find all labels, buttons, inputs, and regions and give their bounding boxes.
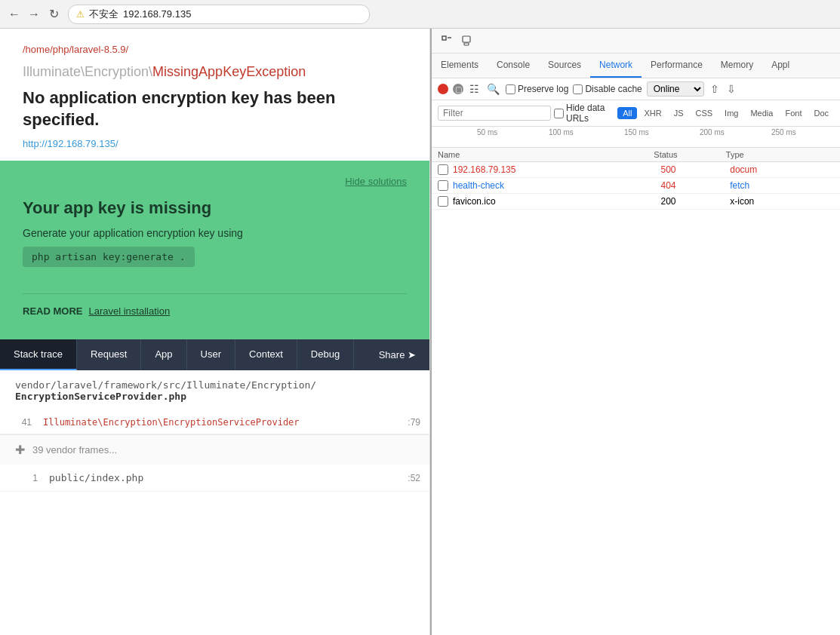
- address-text: 192.168.79.135: [123, 8, 191, 20]
- record-button[interactable]: [438, 84, 448, 94]
- net-row-1[interactable]: 192.168.79.135 500 docum: [432, 162, 840, 178]
- tab-context[interactable]: Context: [235, 339, 297, 370]
- tab-stack-trace[interactable]: Stack trace: [0, 339, 77, 370]
- solution-title: Your app key is missing: [23, 198, 407, 218]
- tick-100ms: 100 ms: [549, 128, 574, 137]
- security-icon: ⚠: [76, 9, 85, 20]
- tab-network[interactable]: Network: [590, 54, 642, 78]
- tab-debug[interactable]: Debug: [297, 339, 354, 370]
- disable-cache-label[interactable]: Disable cache: [573, 84, 642, 94]
- stack-item-1-row: 41 Illuminate\Encryption\EncryptionServi…: [0, 411, 429, 434]
- net-row-3[interactable]: favicon.ico 200 x-icon: [432, 194, 840, 210]
- nav-buttons: ← → ↻: [6, 6, 62, 23]
- filter-doc-btn[interactable]: Doc: [808, 107, 834, 119]
- disable-cache-text: Disable cache: [585, 84, 642, 94]
- tab-share[interactable]: Share ➤: [365, 339, 429, 370]
- exception-namespace: Illuminate\Encryption\: [23, 64, 152, 79]
- tab-console[interactable]: Console: [488, 54, 539, 78]
- preserve-log-checkbox[interactable]: [506, 84, 515, 94]
- net-row-2[interactable]: health-check 404 fetch: [432, 178, 840, 194]
- filter-input[interactable]: [438, 106, 551, 121]
- vendor-frames-label: 39 vendor frames...: [32, 444, 117, 456]
- net-row-3-name: favicon.ico: [453, 196, 660, 207]
- upload-icon[interactable]: ⇧: [709, 81, 721, 97]
- read-more-link[interactable]: Laravel installation: [88, 305, 170, 317]
- stack-file-path-1: vendor/laravel/framework/src/Illuminate/…: [15, 379, 414, 391]
- tab-sources[interactable]: Sources: [539, 54, 590, 78]
- tick-200ms: 200 ms: [700, 128, 725, 137]
- solution-divider: [23, 293, 407, 294]
- filter-font-btn[interactable]: Font: [780, 107, 807, 119]
- net-row-2-checkbox[interactable]: [438, 180, 448, 191]
- tab-request[interactable]: Request: [77, 339, 141, 370]
- security-label: 不安全: [89, 8, 118, 21]
- filter-xhr-btn[interactable]: XHR: [638, 107, 666, 119]
- svg-rect-2: [463, 36, 470, 42]
- tab-user[interactable]: User: [187, 339, 235, 370]
- tab-elements[interactable]: Elements: [432, 54, 488, 78]
- error-page: /home/php/laravel-8.5.9/ Illuminate\Encr…: [0, 29, 430, 635]
- network-table: 192.168.79.135 500 docum health-check 40…: [432, 162, 840, 635]
- search-icon[interactable]: 🔍: [485, 81, 501, 97]
- tab-application[interactable]: Appl: [762, 54, 798, 78]
- tab-memory[interactable]: Memory: [712, 54, 762, 78]
- address-bar[interactable]: ⚠ 不安全 192.168.79.135: [68, 5, 370, 24]
- browser-chrome: ← → ↻ ⚠ 不安全 192.168.79.135: [0, 0, 840, 29]
- tick-150ms: 150 ms: [624, 128, 649, 137]
- filter-img-btn[interactable]: Img: [719, 107, 743, 119]
- read-more-label: READ MORE: [23, 305, 82, 317]
- net-row-3-checkbox[interactable]: [438, 196, 448, 207]
- hide-data-urls-text: Hide data URLs: [566, 103, 614, 124]
- solutions-header: Hide solutions: [23, 176, 407, 187]
- preserve-log-text: Preserve log: [518, 84, 568, 94]
- exception-class: MissingAppKeyException: [152, 64, 306, 79]
- hide-data-urls-label[interactable]: Hide data URLs: [554, 103, 614, 124]
- filter-media-btn[interactable]: Media: [745, 107, 778, 119]
- hide-data-urls-checkbox[interactable]: [554, 109, 564, 118]
- net-row-3-status: 200: [660, 196, 730, 207]
- exception-title: Illuminate\Encryption\MissingAppKeyExcep…: [23, 64, 407, 80]
- throttle-select[interactable]: Online Fast 3G Slow 3G: [647, 81, 704, 97]
- vendor-frames[interactable]: ✚ 39 vendor frames...: [0, 435, 429, 465]
- hide-solutions-button[interactable]: Hide solutions: [345, 176, 407, 187]
- solution-code: php artisan key:generate .: [23, 247, 195, 267]
- stop-button[interactable]: ▢: [453, 84, 463, 94]
- forward-button[interactable]: →: [26, 6, 42, 23]
- devtools-panel: Elements Console Sources Network Perform…: [430, 29, 840, 635]
- col-header-name: Name: [438, 150, 654, 159]
- stack-tabs: Stack trace Request App User Context Deb…: [0, 339, 429, 370]
- timeline-bar: 50 ms 100 ms 150 ms 200 ms 250 ms: [432, 127, 840, 148]
- disable-cache-checkbox[interactable]: [573, 84, 583, 94]
- reload-button[interactable]: ↻: [45, 6, 62, 23]
- read-more: READ MORE Laravel installation: [23, 305, 407, 317]
- col-header-status: Status: [654, 150, 725, 159]
- net-row-1-name: 192.168.79.135: [453, 164, 660, 175]
- svg-rect-3: [464, 43, 469, 45]
- tab-app[interactable]: App: [141, 339, 186, 370]
- filter-js-btn[interactable]: JS: [669, 107, 689, 119]
- solutions-box: Hide solutions Your app key is missing G…: [0, 161, 429, 339]
- tab-performance[interactable]: Performance: [642, 54, 712, 78]
- col-header-type: Type: [726, 150, 834, 159]
- filter-type-buttons: All XHR JS CSS Img Media Font Doc: [617, 107, 834, 119]
- error-message: No application encryption key has been s…: [23, 87, 407, 130]
- preserve-log-label[interactable]: Preserve log: [506, 84, 568, 94]
- svg-rect-0: [442, 36, 446, 40]
- inspect-element-button[interactable]: [438, 32, 456, 50]
- error-url[interactable]: http://192.168.79.135/: [23, 138, 407, 149]
- filter-all-btn[interactable]: All: [617, 107, 637, 119]
- stack-line-num-3: 1: [15, 473, 38, 483]
- devtools-top-bar: [432, 29, 840, 54]
- filter-bar: Hide data URLs All XHR JS CSS Img Media …: [432, 100, 840, 127]
- back-button[interactable]: ←: [6, 6, 23, 23]
- net-row-2-name: health-check: [453, 180, 660, 191]
- net-row-2-type: fetch: [730, 180, 834, 191]
- net-row-1-type: docum: [730, 164, 834, 175]
- stack-items: vendor/laravel/framework/src/Illuminate/…: [0, 370, 429, 492]
- tick-250ms: 250 ms: [771, 128, 796, 137]
- filter-css-btn[interactable]: CSS: [690, 107, 718, 119]
- device-toolbar-button[interactable]: [457, 32, 475, 50]
- filter-icon[interactable]: ☷: [468, 81, 481, 97]
- download-icon[interactable]: ⇩: [725, 81, 737, 97]
- net-row-1-checkbox[interactable]: [438, 164, 448, 175]
